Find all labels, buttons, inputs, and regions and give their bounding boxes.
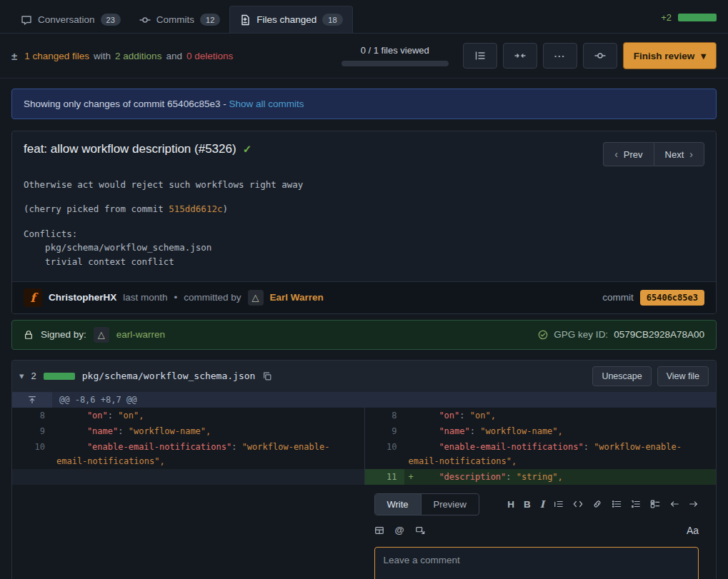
- editor-insert-icons: @ Aa: [374, 525, 699, 536]
- deletions-text: 0 deletions: [186, 51, 233, 61]
- files-viewed-block: 0 / 1 files viewed: [341, 45, 449, 66]
- editor-tabs: Write Preview: [374, 493, 479, 515]
- author-name[interactable]: ChristopherHX: [49, 292, 116, 303]
- copy-icon[interactable]: [262, 371, 272, 381]
- mention-icon[interactable]: @: [395, 525, 404, 535]
- committer-avatar[interactable]: △: [248, 290, 264, 306]
- tab-conversation-label: Conversation: [38, 14, 95, 25]
- tab-commits-label: Commits: [156, 14, 194, 25]
- signature-strip: Signed by: △ earl-warren GPG key ID: 057…: [11, 320, 717, 350]
- prev-commit-button[interactable]: ‹ Prev: [603, 142, 653, 166]
- commit-message-line: pkg/schema/workflow_schema.json: [24, 241, 704, 254]
- chevron-left-icon: ‹: [614, 148, 618, 160]
- committer-name[interactable]: Earl Warren: [270, 292, 324, 303]
- line-number[interactable]: 10: [364, 439, 404, 469]
- commit-title-row: feat: allow workflow description (#5326)…: [24, 142, 251, 156]
- commit-icon: [139, 14, 151, 26]
- editor-toolbar: Write Preview H B I: [374, 493, 699, 515]
- signer-avatar[interactable]: △: [94, 327, 109, 343]
- tab-files-changed-count: 18: [322, 14, 342, 26]
- preview-tab[interactable]: Preview: [422, 494, 479, 515]
- tab-conversation-count: 23: [101, 14, 121, 26]
- link-icon[interactable]: [592, 499, 602, 509]
- commit-sha-badge[interactable]: 65406c85e3: [640, 290, 704, 306]
- tab-files-changed[interactable]: Files changed 18: [229, 6, 352, 33]
- line-number[interactable]: 8: [12, 408, 52, 423]
- gpg-key-label: GPG key ID:: [554, 329, 608, 340]
- finish-review-label: Finish review: [634, 51, 695, 61]
- expand-hunk-button[interactable]: [12, 392, 52, 408]
- bold-icon[interactable]: B: [524, 499, 531, 510]
- additions-text: 2 additions: [115, 51, 161, 61]
- ci-success-icon[interactable]: ✓: [243, 143, 252, 156]
- show-all-commits-link[interactable]: Show all commits: [229, 99, 304, 109]
- arrow-right-icon[interactable]: [689, 499, 699, 509]
- code-line: + "description": "string",: [404, 469, 717, 485]
- commit-title: feat: allow workflow description (#5326): [24, 142, 236, 156]
- and-text: and: [166, 51, 182, 61]
- files-viewed-progressbar: [341, 61, 449, 66]
- cherry-pick-sha-link[interactable]: 515dd6612c: [169, 203, 222, 214]
- tab-conversation[interactable]: Conversation 23: [11, 6, 130, 33]
- italic-icon[interactable]: I: [540, 498, 544, 510]
- whitespace-toggle-button[interactable]: [503, 43, 537, 69]
- next-commit-button[interactable]: Next ›: [654, 142, 704, 166]
- signed-by-label: Signed by:: [41, 329, 86, 340]
- list-unordered-icon[interactable]: [612, 499, 622, 509]
- changed-files-text: 1 changed files: [24, 51, 89, 61]
- commit-header: feat: allow workflow description (#5326)…: [12, 131, 716, 171]
- signer-name[interactable]: earl-warren: [116, 329, 165, 340]
- author-avatar[interactable]: f: [24, 288, 42, 307]
- quote-icon[interactable]: [554, 499, 564, 509]
- commit-filter-banner: Showing only changes of commit 65406c85e…: [11, 89, 717, 119]
- finish-review-button[interactable]: Finish review ▾: [623, 42, 717, 69]
- write-tab[interactable]: Write: [375, 494, 422, 515]
- comment-input[interactable]: [374, 547, 699, 579]
- check-circle-icon: [538, 330, 548, 340]
- commit-message-line: Otherwise act would reject such workflow…: [24, 178, 704, 191]
- code-icon[interactable]: [573, 499, 583, 509]
- gpg-key-value: 0579CB2928A78A00: [614, 329, 704, 340]
- pull-request-files-page: Conversation 23 Commits 12 Files changed…: [0, 0, 728, 579]
- comment-row-left-spacer: [12, 485, 364, 579]
- commit-card: feat: allow workflow description (#5326)…: [11, 131, 717, 314]
- file-name[interactable]: pkg/schema/workflow_schema.json: [82, 371, 256, 381]
- comment-icon: [21, 14, 32, 26]
- font-size-toggle[interactable]: Aa: [687, 525, 699, 536]
- commit-message-line: Conflicts:: [24, 227, 704, 241]
- table-icon[interactable]: [374, 525, 384, 535]
- commit-icon: [594, 50, 606, 61]
- code-line: "name": "workflow-name",: [404, 423, 717, 439]
- code-line: "on": "on",: [404, 408, 717, 423]
- view-file-button[interactable]: View file: [657, 366, 709, 386]
- diff-file-header: ▾ 2 pkg/schema/workflow_schema.json Unes…: [12, 361, 716, 392]
- files-viewed-text: 0 / 1 files viewed: [341, 45, 449, 56]
- line-number[interactable]: 10: [12, 439, 52, 469]
- diff-stat-bar: [678, 14, 717, 21]
- diff-icon: ±: [11, 50, 17, 62]
- review-toolbar: 0 / 1 files viewed ··· Finish review ▾: [341, 42, 717, 69]
- commit-label: commit: [602, 292, 634, 303]
- tab-commits-count: 12: [200, 14, 220, 26]
- tab-commits[interactable]: Commits 12: [130, 6, 230, 33]
- commits-button[interactable]: [583, 43, 617, 69]
- task-list-icon[interactable]: [650, 499, 660, 509]
- collapse-file-icon[interactable]: ▾: [19, 371, 24, 381]
- inline-comment-row: Write Preview H B I: [12, 485, 716, 579]
- more-options-button[interactable]: ···: [543, 43, 577, 69]
- line-number[interactable]: 8: [364, 408, 404, 423]
- cross-reference-icon[interactable]: [415, 525, 425, 535]
- heading-icon[interactable]: H: [507, 499, 514, 510]
- line-number[interactable]: 9: [12, 423, 52, 439]
- code-line: "enable-email-notifications": "workflow-…: [404, 439, 717, 469]
- next-label: Next: [665, 149, 684, 160]
- banner-text: Showing only changes of commit 65406c85e…: [24, 99, 229, 109]
- unescape-button[interactable]: Unescape: [592, 366, 651, 386]
- code-line: [52, 469, 364, 485]
- line-number[interactable]: 9: [364, 423, 404, 439]
- split-diff-grid: 8 "on": "on",8 "on": "on",9 "name": "wor…: [12, 408, 716, 485]
- file-tree-toggle-button[interactable]: [463, 43, 497, 69]
- line-number[interactable]: 11: [364, 469, 404, 485]
- list-ordered-icon[interactable]: [631, 499, 641, 509]
- arrow-left-icon[interactable]: [669, 499, 679, 509]
